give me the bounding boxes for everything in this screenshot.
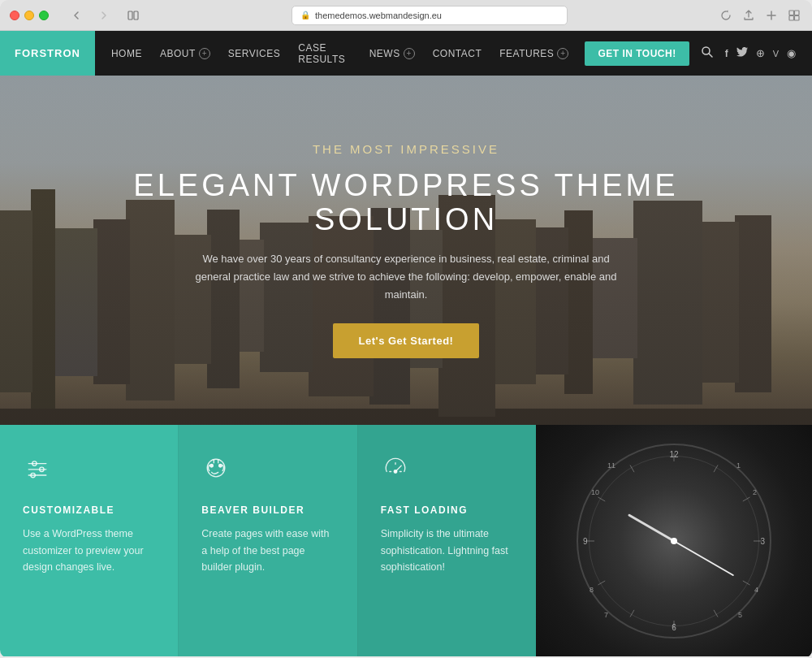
- feature-fast-text: Simplicity is the ultimate sophisticatio…: [381, 526, 513, 576]
- hero-subtitle: THE MOST IMPRESSIVE: [313, 142, 499, 156]
- features-plus-icon: +: [557, 48, 568, 59]
- clock-area: 12 3 6 9 1 11 2 10 4 8 5 7: [536, 425, 812, 656]
- reader-view-button[interactable]: [125, 7, 141, 24]
- feature-customizable: CUSTOMIZABLE Use a WordPress theme custo…: [0, 425, 179, 656]
- svg-line-28: [714, 609, 718, 617]
- maximize-button[interactable]: [39, 11, 49, 20]
- svg-line-33: [598, 497, 605, 501]
- address-bar[interactable]: 🔒 themedemos.webmandesign.eu: [292, 6, 568, 25]
- nav-about[interactable]: ABOUT +: [160, 48, 210, 59]
- feature-customizable-title: CUSTOMIZABLE: [23, 504, 155, 516]
- search-icon[interactable]: [701, 45, 714, 61]
- nav-contact[interactable]: CONTACT: [433, 48, 482, 59]
- feature-beaver-builder: BEAVER BUILDER Create pages with ease wi…: [179, 425, 357, 656]
- browser-content: FORSTRON HOME ABOUT + SERVICES CASE RESU…: [0, 31, 812, 658]
- svg-rect-1: [134, 11, 138, 19]
- website: FORSTRON HOME ABOUT + SERVICES CASE RESU…: [0, 31, 812, 658]
- features-section: CUSTOMIZABLE Use a WordPress theme custo…: [0, 425, 812, 656]
- nav-right: GET IN TOUCH! f: [585, 41, 812, 66]
- svg-line-24: [714, 465, 718, 472]
- svg-line-27: [743, 581, 750, 585]
- about-plus-icon: +: [199, 48, 210, 59]
- site-logo[interactable]: FORSTRON: [0, 31, 95, 76]
- twitter-icon[interactable]: [736, 47, 748, 59]
- facebook-icon[interactable]: f: [725, 48, 728, 59]
- svg-line-30: [630, 609, 634, 617]
- feature-beaver-title: BEAVER BUILDER: [201, 504, 334, 516]
- social-icons: f ⊕ V ◉: [725, 47, 796, 59]
- url-text: themedemos.webmandesign.eu: [315, 11, 442, 20]
- clock-center-dot: [671, 538, 677, 544]
- wordpress-icon[interactable]: ⊕: [756, 47, 765, 59]
- address-bar-wrap: 🔒 themedemos.webmandesign.eu: [148, 6, 711, 25]
- svg-line-34: [630, 465, 634, 472]
- svg-rect-0: [128, 11, 132, 19]
- svg-rect-5: [795, 15, 800, 20]
- customizable-icon: [23, 453, 155, 488]
- forward-button[interactable]: [93, 7, 115, 24]
- feature-beaver-text: Create pages with ease with a help of th…: [201, 526, 334, 576]
- share-button[interactable]: [741, 7, 757, 24]
- svg-rect-3: [795, 11, 800, 15]
- nav-case-results[interactable]: CASE RESULTS: [298, 42, 351, 65]
- minimize-button[interactable]: [24, 11, 34, 20]
- get-in-touch-button[interactable]: GET IN TOUCH!: [585, 41, 689, 66]
- svg-point-14: [210, 465, 214, 468]
- hero-description: We have over 30 years of consultancy exp…: [195, 250, 617, 304]
- rss-icon[interactable]: ◉: [787, 47, 796, 59]
- browser-controls: [65, 7, 115, 24]
- nav-services[interactable]: SERVICES: [228, 48, 280, 59]
- news-plus-icon: +: [404, 48, 415, 59]
- hero-section: THE MOST IMPRESSIVE ELEGANT WORDPRESS TH…: [0, 76, 812, 425]
- fast-loading-icon: [381, 453, 513, 488]
- navbar: FORSTRON HOME ABOUT + SERVICES CASE RESU…: [0, 31, 812, 76]
- lock-icon: 🔒: [300, 11, 310, 19]
- browser-frame: 🔒 themedemos.webmandesign.eu: [0, 0, 812, 658]
- svg-line-31: [598, 581, 605, 585]
- svg-point-15: [219, 465, 222, 468]
- svg-rect-4: [789, 15, 794, 20]
- nav-links: HOME ABOUT + SERVICES CASE RESULTS NEWS: [95, 42, 585, 65]
- svg-point-19: [394, 470, 397, 474]
- beaver-builder-icon: [201, 453, 334, 488]
- close-button[interactable]: [10, 11, 19, 20]
- nav-home[interactable]: HOME: [111, 48, 142, 59]
- svg-point-13: [208, 459, 226, 477]
- clock-face: 12 3 6 9 1 11 2 10 4 8 5 7: [577, 444, 771, 639]
- svg-rect-2: [789, 11, 794, 15]
- hero-cta-button[interactable]: Let's Get Started!: [333, 323, 480, 358]
- svg-line-25: [743, 497, 750, 501]
- hero-title: ELEGANT WORDPRESS THEME SOLUTION: [65, 169, 747, 237]
- back-button[interactable]: [65, 7, 88, 24]
- feature-fast-loading: FAST LOADING Simplicity is the ultimate …: [358, 425, 536, 656]
- feature-customizable-text: Use a WordPress theme customizer to prev…: [23, 526, 155, 576]
- browser-actions: [718, 7, 802, 24]
- tabs-button[interactable]: [786, 7, 802, 24]
- browser-titlebar: 🔒 themedemos.webmandesign.eu: [0, 0, 812, 31]
- feature-fast-title: FAST LOADING: [381, 504, 513, 516]
- nav-features[interactable]: FEATURES +: [499, 48, 568, 59]
- nav-news[interactable]: NEWS +: [369, 48, 415, 59]
- vimeo-icon[interactable]: V: [773, 49, 779, 58]
- traffic-lights: [10, 11, 49, 20]
- hero-content: THE MOST IMPRESSIVE ELEGANT WORDPRESS TH…: [0, 76, 812, 425]
- add-tab-button[interactable]: [763, 7, 780, 24]
- reload-button[interactable]: [718, 7, 734, 24]
